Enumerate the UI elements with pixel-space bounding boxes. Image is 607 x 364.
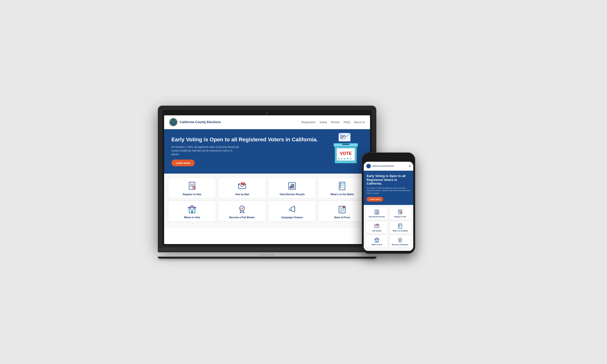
phone-card-where[interactable]: Where to Vote — [366, 235, 388, 247]
phone-grid-row-3: Where to Vote Become a Poll Worker — [366, 235, 411, 247]
phone-card-poll-label: Become a Poll Worker — [392, 244, 409, 246]
phone-device: California County Elections ≡ Early Voti… — [362, 153, 415, 254]
hero-text: Early Voting is Open to all Registered V… — [171, 136, 363, 166]
nav-faqs[interactable]: FAQs — [344, 121, 350, 124]
laptop-bezel: COUNTY OF NEVADA ★ California County Ele… — [162, 110, 372, 246]
results-icon — [287, 181, 297, 191]
laptop-camera — [266, 112, 268, 114]
nav-results[interactable]: Results — [331, 121, 340, 124]
phone-building-icon — [374, 237, 380, 243]
svg-rect-91 — [376, 240, 377, 242]
phone-hero-title: Early Voting is Open to all Registered V… — [367, 174, 410, 185]
logo-seal: COUNTY OF NEVADA ★ — [169, 118, 178, 127]
svg-line-57 — [295, 210, 296, 210]
phone-card-mail[interactable]: Vote by Mail — [366, 221, 388, 234]
svg-rect-50 — [191, 210, 193, 213]
phone-hero: Early Voting is Open to all Registered V… — [364, 171, 413, 205]
mail-icon — [237, 181, 247, 191]
svg-rect-87 — [399, 225, 400, 226]
card-campaign-label: Campaign Finance — [281, 216, 303, 219]
laptop-base — [158, 248, 376, 252]
phone-card-where-label: Where to Vote — [372, 244, 382, 246]
phone-grid: View Election Results — [364, 205, 413, 251]
laptop-brand: MacBook — [158, 252, 376, 257]
phone-grid-row-2: Vote by Mail — [366, 221, 411, 234]
svg-rect-71 — [377, 212, 378, 213]
phone-register-icon — [397, 209, 403, 215]
hero-title: Early Voting is Open to all Registered V… — [171, 136, 363, 143]
card-ballot-label: What's on the Ballot — [330, 193, 354, 196]
card-register[interactable]: Register to Vote — [168, 178, 216, 199]
hero-subtitle: On October 5, 2020, all registered voter… — [171, 145, 239, 156]
phone-body: California County Elections ≡ Early Voti… — [362, 153, 415, 254]
svg-line-55 — [295, 207, 296, 208]
svg-rect-46 — [340, 185, 341, 186]
laptop-screen: COUNTY OF NEVADA ★ California County Ele… — [164, 115, 370, 244]
card-where-vote[interactable]: Where to Vote — [168, 201, 216, 222]
phone-card-ballot[interactable]: What's on the Ballot — [389, 221, 412, 234]
phone-notch — [379, 156, 398, 160]
ballot-icon — [337, 181, 347, 191]
laptop-device: COUNTY OF NEVADA ★ California County Ele… — [158, 106, 376, 259]
nav-registration[interactable]: Registration — [301, 121, 316, 124]
svg-rect-47 — [340, 187, 341, 188]
hamburger-icon[interactable]: ≡ — [409, 164, 411, 168]
phone-card-ballot-label: What's on the Ballot — [393, 230, 408, 232]
nav-about[interactable]: About Us — [354, 121, 365, 124]
award-icon — [237, 204, 247, 214]
site-title: California County Elections — [180, 120, 221, 124]
laptop-body: COUNTY OF NEVADA ★ California County Ele… — [158, 106, 376, 248]
svg-point-54 — [240, 206, 245, 211]
svg-rect-92 — [375, 240, 376, 240]
phone-ballot-icon — [397, 223, 403, 229]
phone-card-register-label: Register to Vote — [394, 216, 406, 218]
card-results-label: View Election Results — [279, 193, 304, 196]
phone-logo-seal — [366, 164, 371, 169]
grid-section: Register to Vote — [164, 174, 370, 228]
phone-site-title: California County Elections — [372, 165, 394, 167]
card-campaign[interactable]: Campaign Finance — [268, 201, 316, 222]
card-poll-worker-label: Become a Poll Worker — [229, 216, 255, 219]
card-vote-mail-label: Vote by Mail — [235, 193, 249, 196]
phone-grid-row-1: View Election Results — [366, 207, 411, 220]
phone-card-poll[interactable]: Become a Poll Worker — [389, 235, 412, 247]
svg-rect-70 — [376, 213, 377, 214]
site-nav: COUNTY OF NEVADA ★ California County Ele… — [164, 115, 370, 129]
scene: COUNTY OF NEVADA ★ California County Ele… — [158, 106, 449, 259]
phone-mail-icon — [374, 223, 380, 229]
register-icon — [187, 181, 197, 191]
svg-rect-35 — [290, 186, 291, 188]
card-poll-worker[interactable]: Become a Poll Worker — [218, 201, 266, 222]
phone-hero-subtitle: On October 5, 2020, all registered voter… — [367, 187, 410, 195]
svg-rect-53 — [192, 206, 193, 207]
nav-links: Registration Voting Results FAQs About U… — [301, 121, 365, 124]
svg-rect-52 — [193, 208, 194, 210]
phone-card-mail-label: Vote by Mail — [372, 230, 381, 232]
grid-row-2: Where to Vote Beco — [168, 201, 366, 222]
site-logo: COUNTY OF NEVADA ★ California County Ele… — [169, 118, 221, 127]
card-where-vote-label: Where to Vote — [184, 216, 200, 219]
svg-rect-93 — [377, 240, 378, 240]
learn-more-button[interactable]: Learn more — [171, 159, 195, 166]
card-news-label: News & Press — [334, 216, 350, 219]
svg-text:!: ! — [344, 207, 344, 208]
card-results[interactable]: View Election Results — [268, 178, 316, 199]
svg-rect-51 — [190, 208, 191, 210]
svg-rect-45 — [340, 183, 341, 184]
card-news[interactable]: ! News & Press — [318, 201, 366, 222]
svg-rect-86 — [399, 224, 400, 225]
phone-card-results[interactable]: View Election Results — [366, 207, 388, 220]
phone-screen: California County Elections ≡ Early Voti… — [364, 162, 413, 251]
news-icon: ! — [337, 204, 347, 214]
card-ballot[interactable]: What's on the Ballot — [318, 178, 366, 199]
phone-award-icon — [397, 237, 403, 243]
phone-results-icon — [374, 209, 380, 215]
svg-rect-88 — [399, 226, 400, 227]
hero-section: Early Voting is Open to all Registered V… — [164, 129, 370, 174]
phone-logo: California County Elections — [366, 164, 409, 169]
phone-learn-more-button[interactable]: Learn more — [367, 197, 383, 202]
nav-voting[interactable]: Voting — [320, 121, 327, 124]
laptop-bottom — [158, 257, 376, 259]
card-vote-mail[interactable]: Vote by Mail — [218, 178, 266, 199]
phone-card-register[interactable]: Register to Vote — [389, 207, 412, 220]
